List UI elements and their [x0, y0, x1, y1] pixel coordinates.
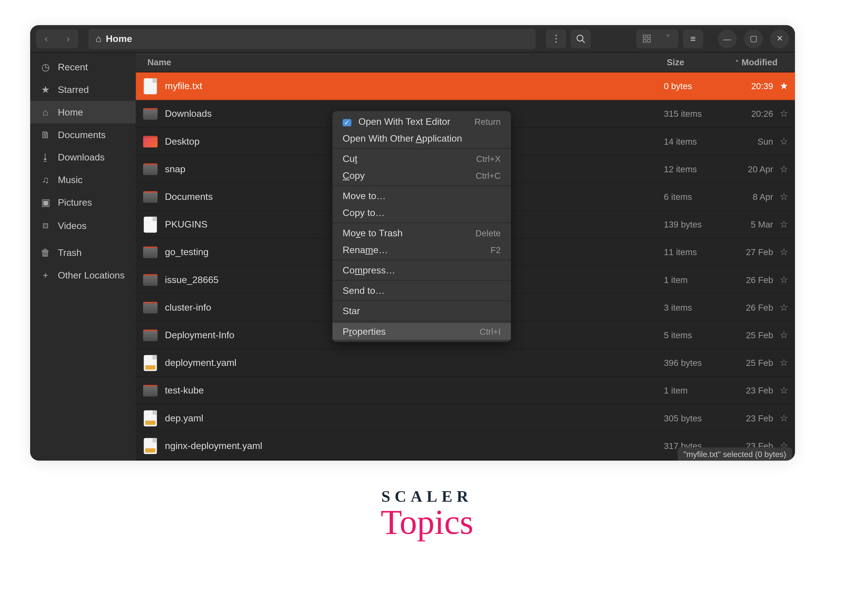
star-toggle[interactable]: ☆ — [773, 247, 795, 258]
col-size[interactable]: Size — [664, 53, 729, 72]
star-icon: ★ — [40, 84, 51, 95]
file-icon — [136, 438, 165, 454]
file-modified: 8 Apr — [729, 192, 773, 202]
forward-button[interactable]: › — [58, 29, 78, 48]
col-modified[interactable]: ˄ Modified — [729, 53, 795, 72]
file-icon — [136, 246, 165, 258]
star-toggle[interactable]: ☆ — [773, 357, 795, 368]
file-name: dep.yaml — [165, 413, 664, 424]
ctx-item[interactable]: Copy to… — [332, 204, 511, 221]
file-size: 12 items — [664, 164, 729, 174]
more-button[interactable]: ⋮ — [546, 29, 566, 48]
vid-icon: ⧈ — [40, 220, 51, 231]
file-name: deployment.yaml — [165, 357, 664, 368]
sidebar-item-music[interactable]: ♫Music — [30, 169, 136, 191]
star-toggle[interactable]: ☆ — [773, 329, 795, 340]
star-toggle[interactable]: ☆ — [773, 302, 795, 313]
svg-rect-4 — [643, 40, 645, 42]
file-name: test-kube — [165, 385, 664, 396]
file-icon — [136, 191, 165, 203]
star-toggle[interactable]: ☆ — [773, 163, 795, 175]
sidebar-item-starred[interactable]: ★Starred — [30, 78, 136, 101]
brand-bottom-text: Topics — [381, 502, 473, 542]
sidebar-item-trash[interactable]: 🗑Trash — [30, 241, 136, 264]
file-modified: 25 Feb — [729, 330, 773, 340]
ctx-label: Rename… — [343, 244, 388, 255]
file-icon — [136, 135, 165, 147]
sidebar-item-documents[interactable]: 🗎Documents — [30, 124, 136, 146]
ctx-item[interactable]: CutCtrl+X — [332, 150, 511, 167]
doc-icon: 🗎 — [40, 129, 51, 140]
sidebar-item-downloads[interactable]: ⭳Downloads — [30, 146, 136, 169]
sidebar-item-pictures[interactable]: ▣Pictures — [30, 191, 136, 214]
star-toggle[interactable]: ☆ — [773, 274, 795, 285]
column-headers: Name Size ˄ Modified — [136, 53, 795, 72]
ctx-item[interactable]: Move to… — [332, 188, 511, 204]
search-button[interactable] — [571, 29, 591, 48]
main-pane: Name Size ˄ Modified myfile.txt 0 bytes … — [136, 53, 795, 460]
sidebar-item-home[interactable]: ⌂Home — [30, 101, 136, 124]
ctx-item[interactable]: Rename…F2 — [332, 241, 511, 258]
file-row[interactable]: myfile.txt 0 bytes 20:39 ★ — [136, 73, 795, 100]
clock-icon: ◷ — [40, 61, 51, 73]
ctx-item[interactable]: ✓ Open With Text EditorReturn — [332, 113, 511, 130]
window-body: ◷Recent★Starred⌂Home🗎Documents⭳Downloads… — [30, 53, 795, 460]
ctx-item[interactable]: Move to TrashDelete — [332, 225, 511, 242]
file-modified: 26 Feb — [729, 274, 773, 285]
ctx-label: Properties — [343, 326, 386, 337]
ctx-label: Copy to… — [343, 207, 385, 218]
ctx-item[interactable]: Open With Other Application — [332, 130, 511, 147]
sidebar-item-recent[interactable]: ◷Recent — [30, 56, 136, 78]
file-size: 3 items — [664, 302, 729, 313]
maximize-button[interactable]: ▢ — [744, 29, 763, 48]
star-toggle[interactable]: ☆ — [773, 108, 795, 119]
file-row[interactable]: dep.yaml 305 bytes 23 Feb ☆ — [136, 404, 795, 432]
ctx-item[interactable]: Star — [332, 303, 511, 319]
sidebar-item-label: Starred — [58, 84, 89, 95]
ctx-accel: Ctrl+I — [479, 326, 500, 337]
file-modified: 27 Feb — [729, 247, 773, 257]
sidebar-item-label: Downloads — [58, 152, 105, 163]
close-button[interactable]: ✕ — [770, 29, 789, 48]
minimize-button[interactable]: — — [718, 29, 737, 48]
window-controls: — ▢ ✕ — [718, 29, 789, 48]
hamburger-button[interactable]: ≡ — [683, 29, 703, 48]
star-toggle[interactable]: ☆ — [773, 385, 795, 396]
star-toggle[interactable]: ☆ — [773, 191, 795, 202]
ctx-item[interactable]: CopyCtrl+C — [332, 167, 511, 184]
sidebar-item-label: Documents — [58, 129, 106, 140]
path-bar[interactable]: ⌂ Home — [88, 28, 536, 49]
back-button[interactable]: ‹ — [36, 29, 56, 48]
file-row[interactable]: test-kube 1 item 23 Feb ☆ — [136, 377, 795, 404]
file-manager-window: ‹ › ⌂ Home ⋮ ˅ ≡ — ▢ ✕ ◷Recent★Starred⌂H… — [30, 25, 795, 460]
file-modified: 25 Feb — [729, 358, 773, 368]
svg-point-0 — [577, 35, 583, 41]
star-toggle[interactable]: ☆ — [773, 413, 795, 424]
ctx-item[interactable]: Compress… — [332, 262, 511, 279]
file-modified: 26 Feb — [729, 302, 773, 313]
col-name[interactable]: Name — [136, 53, 664, 72]
svg-rect-2 — [643, 35, 645, 38]
sidebar-item-videos[interactable]: ⧈Videos — [30, 214, 136, 237]
file-icon — [136, 384, 165, 396]
sidebar: ◷Recent★Starred⌂Home🗎Documents⭳Downloads… — [30, 53, 136, 460]
sidebar-item-label: Other Locations — [58, 270, 125, 281]
view-dropdown-button[interactable]: ˅ — [658, 29, 679, 48]
sidebar-item-other-locations[interactable]: +Other Locations — [30, 264, 136, 287]
star-toggle[interactable]: ☆ — [773, 219, 795, 230]
ctx-accel: Ctrl+C — [476, 171, 501, 181]
file-size: 315 items — [664, 108, 729, 119]
icon-view-button[interactable] — [636, 29, 657, 48]
plus-icon: + — [40, 270, 51, 281]
file-icon — [136, 302, 165, 313]
sidebar-item-label: Home — [58, 107, 83, 118]
ctx-item[interactable]: Send to… — [332, 282, 511, 299]
ctx-label: Copy — [343, 170, 365, 181]
star-toggle[interactable]: ☆ — [773, 136, 795, 147]
star-toggle[interactable]: ★ — [773, 80, 795, 91]
file-icon — [136, 216, 165, 232]
file-row[interactable]: deployment.yaml 396 bytes 25 Feb ☆ — [136, 349, 795, 377]
file-size: 11 items — [664, 247, 729, 257]
brand-watermark: SCALER Topics — [381, 487, 473, 546]
ctx-item[interactable]: PropertiesCtrl+I — [332, 323, 511, 340]
